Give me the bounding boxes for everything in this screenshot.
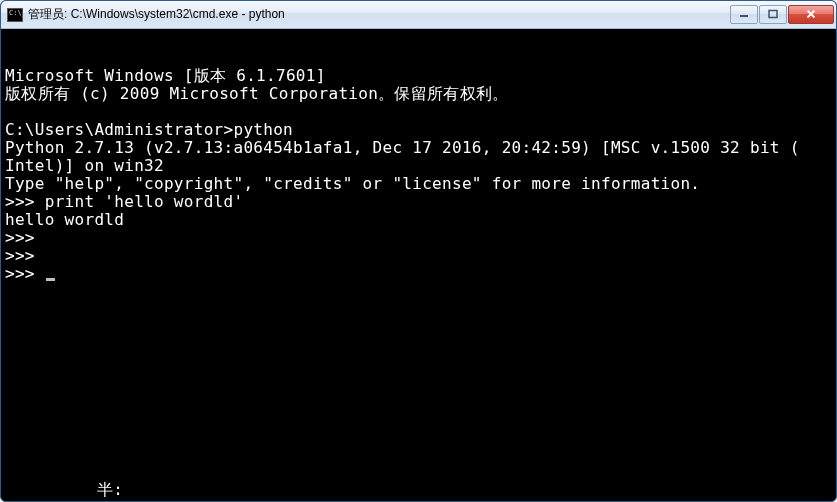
titlebar[interactable]: 管理员: C:\Windows\system32\cmd.exe - pytho… bbox=[1, 1, 836, 29]
terminal-line: 版权所有 (c) 2009 Microsoft Corporation。保留所有… bbox=[5, 85, 832, 103]
terminal-line bbox=[5, 103, 832, 121]
close-button[interactable] bbox=[788, 5, 834, 24]
cmd-icon bbox=[7, 8, 23, 22]
terminal-line: >>> bbox=[5, 265, 832, 283]
terminal-line: Python 2.7.13 (v2.7.13:a06454b1afa1, Dec… bbox=[5, 139, 832, 157]
cmd-window: 管理员: C:\Windows\system32\cmd.exe - pytho… bbox=[0, 0, 837, 502]
minimize-button[interactable] bbox=[730, 5, 758, 24]
terminal-content: Microsoft Windows [版本 6.1.7601]版权所有 (c) … bbox=[5, 67, 832, 283]
cursor bbox=[46, 278, 55, 281]
ime-status: 半: bbox=[1, 481, 836, 501]
terminal-line: Type "help", "copyright", "credits" or "… bbox=[5, 175, 832, 193]
maximize-button[interactable] bbox=[759, 5, 787, 24]
svg-rect-1 bbox=[769, 11, 777, 18]
terminal-area[interactable]: Microsoft Windows [版本 6.1.7601]版权所有 (c) … bbox=[1, 29, 836, 501]
terminal-line: Microsoft Windows [版本 6.1.7601] bbox=[5, 67, 832, 85]
terminal-line: >>> bbox=[5, 229, 832, 247]
terminal-line: C:\Users\Administrator>python bbox=[5, 121, 832, 139]
terminal-line: >>> bbox=[5, 247, 832, 265]
terminal-line: Intel)] on win32 bbox=[5, 157, 832, 175]
window-controls bbox=[730, 5, 834, 25]
terminal-line: >>> print 'hello wordld' bbox=[5, 193, 832, 211]
window-title: 管理员: C:\Windows\system32\cmd.exe - pytho… bbox=[28, 6, 730, 23]
terminal-line: hello wordld bbox=[5, 211, 832, 229]
